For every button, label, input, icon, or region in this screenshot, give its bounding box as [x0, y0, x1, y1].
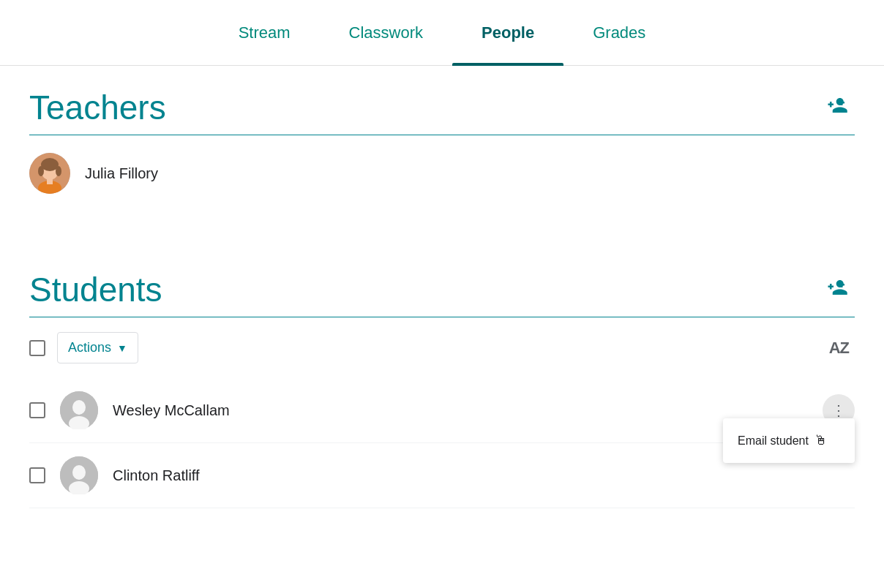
tab-stream[interactable]: Stream: [209, 0, 320, 66]
tab-people[interactable]: People: [452, 0, 563, 66]
teacher-avatar: [29, 153, 70, 194]
svg-point-4: [56, 166, 61, 176]
students-section-header: Students: [29, 248, 855, 317]
email-student-label: Email student: [738, 434, 809, 448]
add-teacher-button[interactable]: [820, 90, 855, 125]
actions-dropdown-button[interactable]: Actions ▼: [57, 332, 138, 363]
main-content: Teachers: [0, 66, 884, 508]
student-name-1: Wesley McCallam: [113, 402, 823, 419]
select-all-checkbox[interactable]: [29, 340, 45, 356]
cursor-icon: 🖱: [814, 433, 828, 448]
student-checkbox-1[interactable]: [29, 402, 45, 418]
student-checkbox-2[interactable]: [29, 467, 45, 483]
teacher-name: Julia Fillory: [85, 165, 158, 182]
teachers-section-header: Teachers: [29, 66, 855, 135]
svg-rect-6: [47, 178, 53, 184]
dropdown-arrow-icon: ▼: [117, 342, 127, 354]
tab-classwork[interactable]: Classwork: [320, 0, 452, 66]
email-student-menu-item[interactable]: Email student 🖱: [723, 424, 855, 457]
add-student-button[interactable]: [820, 272, 855, 307]
student-row: Wesley McCallam ⋮ Email student 🖱: [29, 378, 855, 443]
svg-point-11: [72, 465, 86, 480]
actions-left: Actions ▼: [29, 332, 138, 363]
students-section: Students Actions ▼ AZ: [29, 248, 855, 508]
actions-bar: Actions ▼ AZ: [29, 317, 855, 378]
student-name-2: Clinton Ratliff: [113, 467, 855, 484]
student-avatar-1: [60, 391, 98, 429]
students-title: Students: [29, 270, 162, 309]
sort-az-button[interactable]: AZ: [823, 333, 855, 363]
svg-point-3: [38, 166, 44, 176]
add-student-icon: [826, 276, 848, 304]
student-dropdown-menu: Email student 🖱: [723, 418, 855, 463]
more-dots-icon-1: ⋮: [831, 402, 846, 419]
teachers-title: Teachers: [29, 88, 166, 127]
svg-point-8: [72, 400, 86, 415]
tab-grades[interactable]: Grades: [563, 0, 675, 66]
nav-tabs: Stream Classwork People Grades: [0, 0, 884, 66]
sort-az-icon: AZ: [829, 339, 849, 357]
actions-label: Actions: [68, 340, 111, 355]
teacher-row: Julia Fillory: [29, 135, 855, 211]
student-avatar-2: [60, 456, 98, 494]
add-teacher-icon: [826, 94, 848, 121]
